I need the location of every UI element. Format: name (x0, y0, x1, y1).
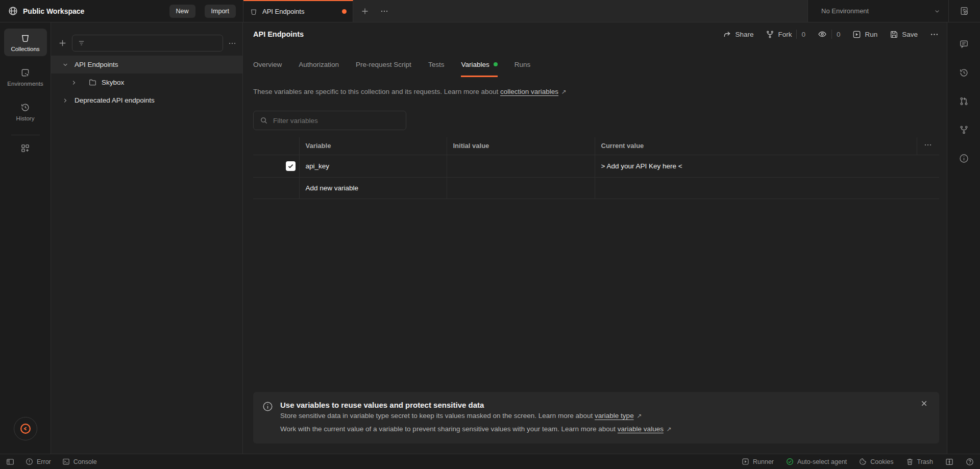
configure-sidebar-icon[interactable] (20, 143, 30, 153)
tab-api-endpoints[interactable]: API Endpoints (243, 0, 353, 22)
pull-request-icon[interactable] (959, 96, 969, 106)
cookies-button[interactable]: Cookies (859, 458, 893, 465)
collection-tabs: Overview Authorization Pre-request Scrip… (243, 46, 947, 77)
workspace-name[interactable]: Public Workspace (23, 7, 84, 15)
fork-rail-icon[interactable] (959, 125, 969, 135)
tab-variables-label: Variables (461, 61, 489, 68)
variable-checkbox[interactable] (286, 161, 296, 171)
tab-tests[interactable]: Tests (428, 53, 445, 77)
split-panel-icon[interactable] (945, 458, 953, 466)
console-button[interactable]: Console (62, 458, 97, 465)
filter-icon (78, 39, 85, 47)
add-collection-icon[interactable] (58, 39, 67, 47)
error-label: Error (37, 458, 51, 465)
save-button[interactable]: Save (890, 30, 918, 39)
variables-table: Variable Initial value Current value (253, 137, 939, 199)
initial-value-cell-empty[interactable] (447, 177, 595, 199)
tree-item-api-endpoints[interactable]: API Endpoints (51, 56, 242, 73)
tab-strip: API Endpoints (243, 0, 807, 22)
info-rail-icon[interactable] (959, 154, 969, 163)
new-button[interactable]: New (169, 5, 195, 18)
collection-header: API Endpoints Share (243, 22, 947, 46)
collection-variables-link[interactable]: collection variables (500, 88, 558, 95)
import-button[interactable]: Import (205, 5, 236, 18)
tree-item-deprecated[interactable]: Deprecated API endpoints (51, 91, 242, 109)
banner-line-1-text: Store sensitive data in variable type se… (280, 412, 595, 419)
chevron-right-icon[interactable] (62, 97, 68, 104)
variable-values-link[interactable]: variable values (618, 425, 664, 433)
checkbox-cell (253, 155, 299, 177)
watch-group: 0 (818, 30, 841, 39)
trash-icon (906, 458, 914, 465)
comments-icon[interactable] (959, 39, 969, 49)
collections-sidebar: API Endpoints Skybox (51, 22, 243, 454)
cookie-icon (859, 458, 867, 465)
variable-name-cell[interactable]: api_key (299, 155, 447, 177)
tree-item-skybox[interactable]: Skybox (51, 73, 242, 91)
tab-authorization[interactable]: Authorization (299, 53, 339, 77)
banner-line-2: Work with the current value of a variabl… (280, 423, 672, 436)
new-tab-button[interactable] (357, 0, 373, 22)
main-panel: API Endpoints Share (243, 22, 947, 454)
sidebar-more-icon[interactable] (228, 39, 236, 47)
banner-line-2-text: Work with the current value of a variabl… (280, 425, 618, 433)
chevron-right-icon[interactable] (71, 80, 77, 86)
runner-button[interactable]: Runner (742, 458, 774, 465)
add-variable-input[interactable]: Add new variable (299, 177, 447, 199)
error-icon (26, 458, 33, 465)
fork-count[interactable]: 0 (801, 31, 805, 38)
external-link-icon: ↗ (636, 412, 642, 419)
auto-select-agent-button[interactable]: Auto-select agent (786, 458, 847, 465)
variable-type-link[interactable]: variable type (595, 412, 634, 419)
divider (796, 30, 797, 39)
filter-variables-input[interactable]: Filter variables (253, 111, 406, 130)
console-icon (62, 458, 70, 465)
eye-icon[interactable] (818, 30, 827, 39)
status-bar-right: Runner Auto-select agent Cookies (742, 458, 974, 466)
table-more-icon[interactable] (917, 137, 939, 155)
rail-item-collections[interactable]: Collections (4, 29, 47, 56)
fork-icon (766, 30, 774, 39)
fork-button[interactable]: Fork (766, 30, 792, 39)
changelog-icon[interactable] (959, 68, 969, 78)
banner-line-1: Store sensitive data in variable type se… (280, 409, 672, 423)
postbot-button[interactable] (14, 417, 37, 440)
current-value-cell-empty[interactable] (595, 177, 939, 199)
tab-pre-request-script[interactable]: Pre-request Script (356, 53, 411, 77)
top-bar: Public Workspace New Import API Endpoint… (0, 0, 980, 22)
globe-icon (8, 6, 18, 16)
toggle-sidebar-icon[interactable] (6, 458, 14, 466)
trash-button[interactable]: Trash (906, 458, 934, 465)
tab-variables[interactable]: Variables (461, 53, 497, 77)
tab-overview[interactable]: Overview (253, 53, 282, 77)
col-variable: Variable (299, 137, 447, 155)
save-label: Save (902, 31, 918, 38)
tree-item-label: Deprecated API endpoints (75, 96, 155, 104)
watch-count[interactable]: 0 (837, 31, 841, 38)
error-status[interactable]: Error (26, 458, 51, 465)
sidebar-controls (51, 22, 242, 55)
current-value-cell[interactable]: > Add your API Key here < (595, 155, 939, 177)
collection-icon (250, 8, 258, 16)
chevron-down-icon[interactable] (62, 62, 68, 68)
help-icon[interactable] (966, 458, 974, 466)
runner-icon (742, 458, 749, 465)
share-label: Share (735, 31, 753, 38)
col-initial-value: Initial value (447, 137, 595, 155)
history-icon (20, 103, 30, 112)
initial-value-cell[interactable] (447, 155, 595, 177)
rail-item-history[interactable]: History (4, 98, 47, 126)
rail-item-environments[interactable]: Environments (4, 63, 47, 91)
fork-group: Fork 0 (766, 30, 805, 39)
sidebar-search-input[interactable] (72, 35, 223, 52)
app-body: Collections Environments History (0, 22, 980, 454)
close-icon[interactable] (920, 400, 928, 407)
environment-selector[interactable]: No Environment (808, 0, 948, 22)
environment-quick-look-icon[interactable] (948, 0, 980, 22)
share-button[interactable]: Share (723, 30, 753, 39)
folder-icon (88, 78, 97, 87)
tab-options-icon[interactable] (377, 0, 392, 22)
run-button[interactable]: Run (852, 30, 877, 39)
tab-runs[interactable]: Runs (514, 53, 531, 77)
collection-more-icon[interactable] (930, 30, 939, 39)
